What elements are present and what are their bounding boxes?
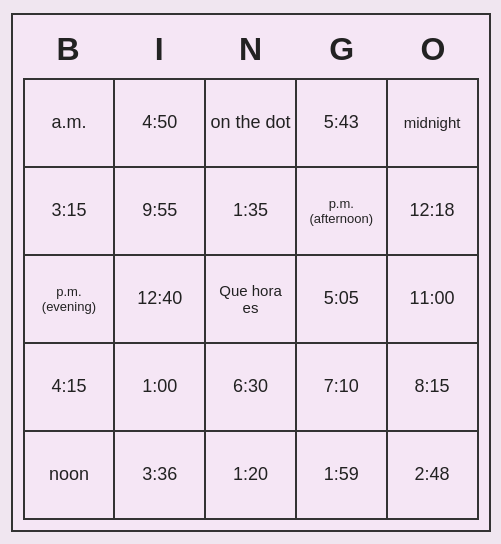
bingo-cell-14: 11:00 [388,256,479,344]
bingo-cell-1: 4:50 [115,80,206,168]
header-letter-n: N [205,25,296,74]
bingo-cell-7: 1:35 [206,168,297,256]
bingo-cell-5: 3:15 [25,168,116,256]
bingo-cell-22: 1:20 [206,432,297,520]
header-letter-b: B [23,25,114,74]
bingo-cell-16: 1:00 [115,344,206,432]
header-letter-i: I [114,25,205,74]
bingo-cell-13: 5:05 [297,256,388,344]
bingo-cell-15: 4:15 [25,344,116,432]
bingo-cell-11: 12:40 [115,256,206,344]
bingo-cell-20: noon [25,432,116,520]
bingo-cell-10: p.m. (evening) [25,256,116,344]
bingo-cell-6: 9:55 [115,168,206,256]
bingo-cell-0: a.m. [25,80,116,168]
bingo-cell-24: 2:48 [388,432,479,520]
bingo-cell-2: on the dot [206,80,297,168]
bingo-cell-19: 8:15 [388,344,479,432]
bingo-cell-17: 6:30 [206,344,297,432]
bingo-cell-4: midnight [388,80,479,168]
bingo-cell-18: 7:10 [297,344,388,432]
bingo-cell-3: 5:43 [297,80,388,168]
bingo-cell-9: 12:18 [388,168,479,256]
bingo-grid: a.m.4:50on the dot5:43midnight3:159:551:… [23,78,479,520]
header-letter-g: G [296,25,387,74]
bingo-header: BINGO [23,25,479,74]
bingo-cell-12: Que hora es [206,256,297,344]
bingo-cell-21: 3:36 [115,432,206,520]
bingo-cell-23: 1:59 [297,432,388,520]
header-letter-o: O [387,25,478,74]
bingo-cell-8: p.m. (afternoon) [297,168,388,256]
bingo-card: BINGO a.m.4:50on the dot5:43midnight3:15… [11,13,491,532]
